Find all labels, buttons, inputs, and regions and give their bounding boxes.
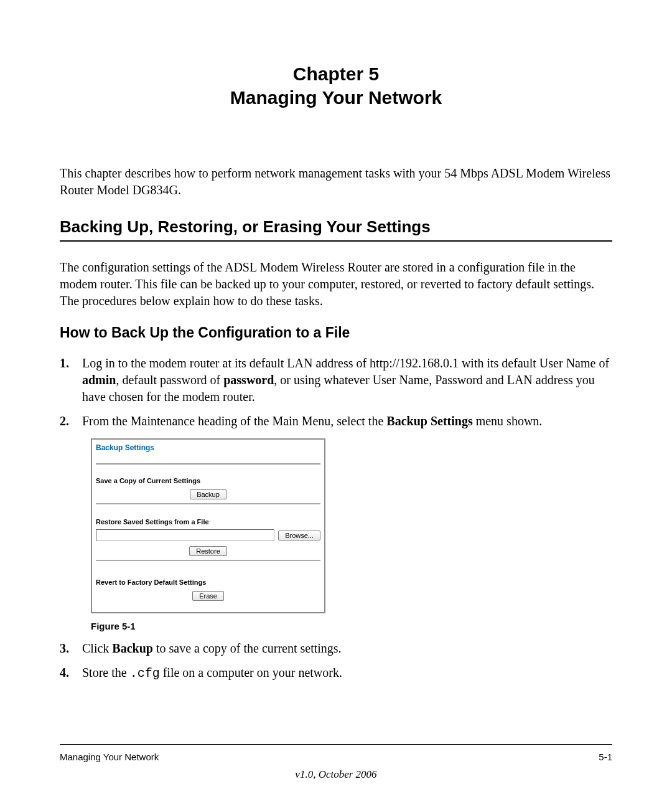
panel-title: Backup Settings <box>96 443 320 455</box>
step-bold: password <box>223 373 274 387</box>
backup-button[interactable]: Backup <box>190 489 226 499</box>
step-number: 1. <box>60 355 69 372</box>
step-number: 3. <box>60 640 69 657</box>
divider <box>96 503 320 504</box>
step-2: 2. From the Maintenance heading of the M… <box>60 413 612 430</box>
step-text: menu shown. <box>473 414 543 428</box>
step-bold: admin <box>82 373 116 387</box>
figure-caption: Figure 5-1 <box>91 621 612 631</box>
step-code: .cfg <box>130 666 160 681</box>
step-number: 4. <box>60 664 69 681</box>
step-text: file on a computer on your network. <box>160 666 342 679</box>
section-label-restore: Restore Saved Settings from a File <box>96 518 320 526</box>
step-4: 4. Store the .cfg file on a computer on … <box>60 664 612 682</box>
divider <box>96 463 320 465</box>
step-text: Log in to the modem router at its defaul… <box>82 356 609 370</box>
step-3: 3. Click Backup to save a copy of the cu… <box>60 640 612 657</box>
footer-version: v1.0, October 2006 <box>0 768 672 781</box>
procedure-steps: 1. Log in to the modem router at its def… <box>60 355 612 430</box>
intro-paragraph: This chapter describes how to perform ne… <box>60 165 612 199</box>
restore-file-input[interactable] <box>96 529 274 541</box>
step-1: 1. Log in to the modem router at its def… <box>60 355 612 405</box>
restore-button[interactable]: Restore <box>189 546 227 556</box>
chapter-title: Managing Your Network <box>60 86 612 110</box>
browse-button[interactable]: Browse... <box>278 531 320 540</box>
step-text: From the Maintenance heading of the Main… <box>82 414 386 428</box>
step-text: Click <box>82 641 112 655</box>
erase-button[interactable]: Erase <box>192 591 224 601</box>
footer-left: Managing Your Network <box>60 752 159 762</box>
section-label-revert: Revert to Factory Default Settings <box>96 578 320 586</box>
divider <box>96 560 320 561</box>
chapter-number: Chapter 5 <box>60 62 612 86</box>
chapter-heading: Chapter 5 Managing Your Network <box>60 62 612 109</box>
step-bold: Backup Settings <box>386 414 472 428</box>
step-text: to save a copy of the current settings. <box>153 641 342 655</box>
section-heading: Backing Up, Restoring, or Erasing Your S… <box>60 217 612 242</box>
section-paragraph: The configuration settings of the ADSL M… <box>60 259 612 309</box>
footer-page-number: 5-1 <box>599 752 612 762</box>
step-number: 2. <box>60 413 69 430</box>
backup-settings-panel: Backup Settings Save a Copy of Current S… <box>91 438 325 613</box>
procedure-steps-continued: 3. Click Backup to save a copy of the cu… <box>60 640 612 682</box>
step-bold: Backup <box>112 641 153 655</box>
step-text: Store the <box>82 666 130 679</box>
footer-row: Managing Your Network 5-1 <box>60 752 612 762</box>
section-label-save-copy: Save a Copy of Current Settings <box>96 477 320 484</box>
footer-rule <box>60 744 612 745</box>
step-text: , default password of <box>116 373 223 387</box>
document-page: Chapter 5 Managing Your Network This cha… <box>0 0 672 807</box>
subsection-heading: How to Back Up the Configuration to a Fi… <box>60 324 612 341</box>
figure: Backup Settings Save a Copy of Current S… <box>91 438 612 631</box>
